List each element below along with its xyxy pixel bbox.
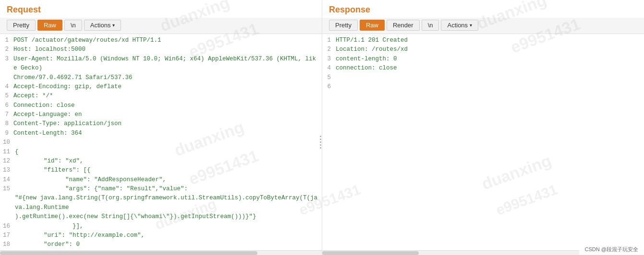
line-content: "order": 0 <box>15 240 322 249</box>
request-content[interactable]: 1POST /actuator/gateway/routes/xd HTTP/1… <box>0 34 322 250</box>
table-row: 11{ <box>0 148 322 157</box>
line-number: 1 <box>322 36 336 45</box>
response-content[interactable]: 1HTTP/1.1 201 Created2Location: /routes/… <box>322 34 644 250</box>
line-content: Connection: close <box>13 101 322 110</box>
line-content: "id": "xd", <box>15 157 322 166</box>
request-panel: Request Pretty Raw \n Actions ▾ 1POST /a… <box>0 0 322 255</box>
response-raw-btn[interactable]: Raw <box>360 20 385 31</box>
table-row: 16 }], <box>0 222 322 231</box>
line-number: 4 <box>322 64 336 73</box>
line-number: 15 <box>0 185 15 194</box>
line-number: 10 <box>0 138 15 147</box>
line-number: 5 <box>0 92 13 101</box>
line-number: 17 <box>0 231 15 240</box>
line-content: HTTP/1.1 201 Created <box>336 36 644 45</box>
line-number: 14 <box>0 175 15 185</box>
line-content: { <box>15 148 322 157</box>
line-number: 3 <box>322 55 336 64</box>
chevron-down-icon: ▾ <box>470 23 472 28</box>
response-code-lines: 1HTTP/1.1 201 Created2Location: /routes/… <box>322 34 644 93</box>
table-row: 4Accept-Encoding: gzip, deflate <box>0 82 322 92</box>
request-toolbar: Pretty Raw \n Actions ▾ <box>0 18 322 34</box>
table-row: 4connection: close <box>322 64 644 73</box>
chevron-down-icon: ▾ <box>112 23 115 28</box>
table-row: 9Content-Length: 364 <box>0 129 322 138</box>
table-row: 3User-Agent: Mozilla/5.0 (Windows NT 10.… <box>0 55 322 82</box>
line-number: 8 <box>0 119 13 128</box>
table-row: 8Content-Type: application/json <box>0 119 322 128</box>
table-row: 6Connection: close <box>0 101 322 110</box>
line-number: 1 <box>0 36 13 45</box>
line-number: 2 <box>0 45 13 54</box>
table-row: 13 "filters": [{ <box>0 166 322 175</box>
line-content: "name": "AddResponseHeader", <box>15 175 322 185</box>
line-content: connection: close <box>336 64 644 73</box>
response-title: Response <box>322 0 644 18</box>
panel-resize-handle[interactable] <box>319 133 322 152</box>
request-title: Request <box>0 0 322 18</box>
table-row: 12 "id": "xd", <box>0 157 322 166</box>
line-content: "args": {"name": "Result","value": "#{ne… <box>15 185 322 222</box>
table-row: 15 "args": {"name": "Result","value": "#… <box>0 185 322 222</box>
line-number: 12 <box>0 157 15 166</box>
request-pretty-btn[interactable]: Pretty <box>7 20 36 31</box>
table-row: 5 <box>322 73 644 82</box>
line-content: Content-Type: application/json <box>13 119 322 128</box>
line-content: User-Agent: Mozilla/5.0 (Windows NT 10.0… <box>13 55 322 82</box>
table-row: 6 <box>322 82 644 92</box>
line-content: content-length: 0 <box>336 55 644 64</box>
line-content: Accept: */* <box>13 92 322 101</box>
line-number: 18 <box>0 240 15 249</box>
table-row: 10 <box>0 138 322 147</box>
line-number: 13 <box>0 166 15 175</box>
line-number: 6 <box>0 101 13 110</box>
line-content: Accept-Language: en <box>13 110 322 119</box>
line-content: }], <box>15 222 322 231</box>
response-pretty-btn[interactable]: Pretty <box>329 20 358 31</box>
request-newline-btn[interactable]: \n <box>64 20 82 31</box>
table-row: 18 "order": 0 <box>0 240 322 249</box>
line-number: 9 <box>0 129 13 138</box>
response-newline-btn[interactable]: \n <box>422 20 439 31</box>
line-number: 2 <box>322 45 336 54</box>
line-number: 7 <box>0 110 13 119</box>
table-row: 17 "uri": "http://example.com", <box>0 231 322 240</box>
line-content: POST /actuator/gateway/routes/xd HTTP/1.… <box>13 36 322 45</box>
footer-text: CSDN @段混子玩安全 <box>579 244 644 255</box>
table-row: 1HTTP/1.1 201 Created <box>322 36 644 45</box>
request-scrollbar[interactable] <box>0 250 322 255</box>
response-toolbar: Pretty Raw Render \n Actions ▾ <box>322 18 644 34</box>
table-row: 2Host: localhost:5000 <box>0 45 322 54</box>
line-content: Host: localhost:5000 <box>13 45 322 54</box>
table-row: 7Accept-Language: en <box>0 110 322 119</box>
line-number: 16 <box>0 222 15 231</box>
line-number: 4 <box>0 82 13 92</box>
table-row: 2Location: /routes/xd <box>322 45 644 54</box>
line-number: 6 <box>322 82 336 92</box>
line-content: Content-Length: 364 <box>13 129 322 138</box>
request-raw-btn[interactable]: Raw <box>37 20 62 31</box>
line-number: 3 <box>0 55 13 64</box>
table-row: 5Accept: */* <box>0 92 322 101</box>
table-row: 14 "name": "AddResponseHeader", <box>0 175 322 185</box>
line-number: 5 <box>322 73 336 82</box>
line-content: Accept-Encoding: gzip, deflate <box>13 82 322 92</box>
line-content: "uri": "http://example.com", <box>15 231 322 240</box>
table-row: 3content-length: 0 <box>322 55 644 64</box>
line-content: "filters": [{ <box>15 166 322 175</box>
table-row: 1POST /actuator/gateway/routes/xd HTTP/1… <box>0 36 322 45</box>
response-render-btn[interactable]: Render <box>387 20 420 31</box>
response-panel: Response Pretty Raw Render \n Actions ▾ … <box>322 0 644 255</box>
response-actions-btn[interactable]: Actions ▾ <box>441 20 478 31</box>
request-code-lines: 1POST /actuator/gateway/routes/xd HTTP/1… <box>0 34 322 250</box>
request-actions-btn[interactable]: Actions ▾ <box>84 20 122 31</box>
line-number: 11 <box>0 148 15 157</box>
line-content: Location: /routes/xd <box>336 45 644 54</box>
